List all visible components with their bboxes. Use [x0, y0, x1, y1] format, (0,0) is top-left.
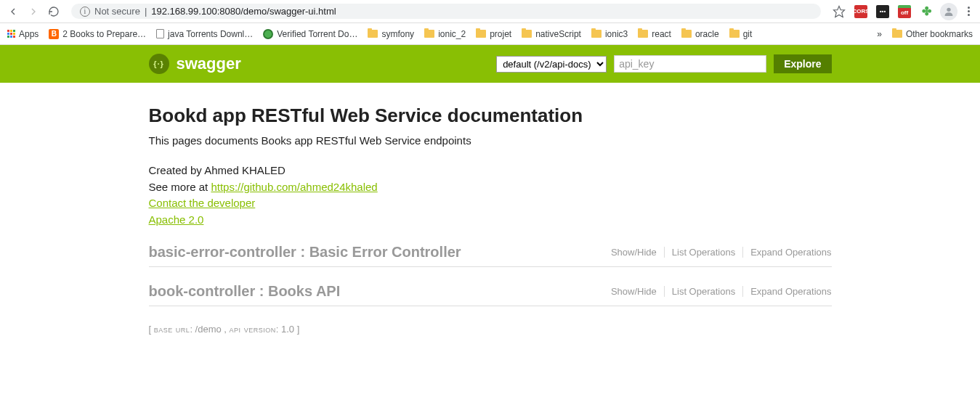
swagger-header: {·} swagger default (/v2/api-docs) Explo… [0, 45, 980, 83]
show-hide-link[interactable]: Show/Hide [604, 286, 665, 297]
bookmark-item[interactable]: projet [476, 29, 511, 39]
folder-icon [591, 30, 602, 38]
bookmark-item[interactable]: ionic_2 [424, 29, 466, 39]
api-description: This pages documents Books app RESTful W… [149, 134, 832, 147]
info-icon: i [80, 7, 90, 17]
file-icon [156, 29, 164, 38]
api-version-value: : 1.0 [276, 324, 294, 335]
spec-select[interactable]: default (/v2/api-docs) [496, 56, 607, 73]
bookmark-item[interactable]: ionic3 [591, 29, 628, 39]
bookmark-item[interactable]: symfony [368, 29, 414, 39]
folder-icon [729, 30, 740, 38]
bookmark-bar: Apps B2 Books to Prepare… java Torrents … [0, 23, 980, 45]
separator: | [145, 6, 147, 17]
folder-icon [522, 30, 532, 38]
blogger-icon: B [49, 29, 59, 39]
bookmark-item[interactable]: oracle [681, 29, 719, 39]
list-operations-link[interactable]: List Operations [665, 247, 743, 258]
apps-icon [7, 30, 15, 38]
torrent-icon [263, 29, 273, 39]
base-url-label: base url [154, 324, 190, 335]
controller-actions: Show/Hide List Operations Expand Operati… [604, 247, 832, 258]
api-version-label: api version [230, 324, 276, 335]
not-secure-label: Not secure [94, 6, 140, 17]
bookmark-item[interactable]: B2 Books to Prepare… [49, 29, 146, 39]
folder-icon [681, 30, 692, 38]
controller-actions: Show/Hide List Operations Expand Operati… [604, 286, 832, 297]
bookmark-item[interactable]: Verified Torrent Do… [263, 29, 357, 39]
base-url-value: : /demo , [190, 324, 227, 335]
contact-link[interactable]: Contact the developer [149, 197, 256, 209]
bookmark-item[interactable]: react [638, 29, 671, 39]
extension-dots-icon[interactable]: ••• [875, 4, 891, 20]
apps-button[interactable]: Apps [7, 29, 39, 39]
footer-meta: [ base url: /demo , api version: 1.0 ] [149, 324, 832, 335]
bookmark-overflow[interactable]: » [877, 29, 882, 39]
explore-button[interactable]: Explore [774, 54, 831, 73]
back-button[interactable] [6, 4, 20, 19]
profile-avatar[interactable] [940, 3, 957, 20]
extension-cors-icon[interactable]: CORS [853, 4, 869, 20]
folder-icon [424, 30, 434, 38]
bookmark-item[interactable]: nativeScript [522, 29, 581, 39]
controller-row: basic-error-controller : Basic Error Con… [149, 238, 832, 267]
folder-icon [368, 30, 378, 38]
swagger-logo-icon: {·} [149, 54, 169, 74]
apps-label: Apps [19, 29, 39, 39]
see-more: See more at https://github.com/ahmed24kh… [149, 179, 832, 196]
swagger-logo-text: swagger [177, 54, 241, 73]
swagger-logo[interactable]: {·} swagger [149, 54, 241, 74]
api-title: Bookd app RESTful Web Service documentat… [149, 105, 832, 127]
url-text: 192.168.99.100:8080/demo/swagger-ui.html [151, 6, 336, 17]
folder-icon [638, 30, 648, 38]
svg-point-1 [947, 7, 950, 11]
extension-green-icon[interactable]: ✤ [918, 4, 934, 20]
expand-operations-link[interactable]: Expand Operations [743, 247, 831, 258]
extension-off-icon[interactable]: off [896, 4, 912, 20]
browser-menu[interactable] [963, 7, 974, 16]
browser-toolbar: i Not secure | 192.168.99.100:8080/demo/… [0, 0, 980, 23]
see-more-link[interactable]: https://github.com/ahmed24khaled [211, 181, 377, 193]
api-meta: Created by Ahmed KHALED See more at http… [149, 163, 832, 228]
address-bar[interactable]: i Not secure | 192.168.99.100:8080/demo/… [71, 4, 821, 19]
controller-title[interactable]: book-controller : Books API [149, 283, 341, 300]
reload-button[interactable] [46, 4, 61, 19]
list-operations-link[interactable]: List Operations [665, 286, 743, 297]
license-link[interactable]: Apache 2.0 [149, 213, 204, 226]
main-content: Bookd app RESTful Web Service documentat… [142, 83, 839, 349]
controller-title[interactable]: basic-error-controller : Basic Error Con… [149, 244, 461, 261]
svg-marker-0 [834, 6, 845, 17]
show-hide-link[interactable]: Show/Hide [604, 247, 665, 258]
api-key-input[interactable] [614, 55, 766, 73]
created-by: Created by Ahmed KHALED [149, 163, 832, 179]
controller-row: book-controller : Books API Show/Hide Li… [149, 277, 832, 306]
other-bookmarks[interactable]: Other bookmarks [892, 29, 973, 39]
expand-operations-link[interactable]: Expand Operations [743, 286, 831, 297]
star-icon[interactable] [831, 4, 847, 20]
bookmark-item[interactable]: java Torrents Downl… [156, 29, 253, 39]
folder-icon [892, 30, 902, 38]
folder-icon [476, 30, 486, 38]
forward-button[interactable] [26, 4, 41, 19]
bookmark-item[interactable]: git [729, 29, 753, 39]
